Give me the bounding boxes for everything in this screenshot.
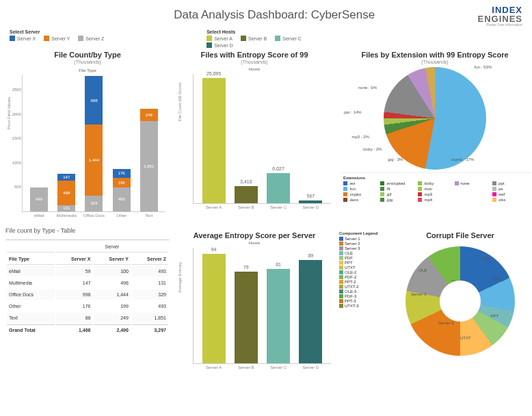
- bar: 3,410Server B: [235, 186, 258, 203]
- legend-item: PPT: [339, 261, 387, 265]
- legend-item: .crypto: [343, 192, 377, 196]
- legend-item: PDF-3: [339, 294, 387, 298]
- legend-item: .ps: [492, 187, 527, 191]
- extension-legend: Extensions .avi.encrypted.lockynone.ppt.…: [339, 172, 531, 205]
- chart-title-entropy99: Files with Entropy Score of 99: [172, 51, 336, 59]
- legend-item: Server 2: [339, 242, 387, 246]
- chart-title-pie: Files by Extension with 99 Entropy Score: [339, 51, 531, 59]
- pie-chart: .fun : 53%.crypto : 17%.jpg : 3%.locky :…: [339, 67, 531, 170]
- stacked-bar: 131498147Multimedia: [57, 174, 75, 211]
- legend-item: OLE-2: [339, 270, 387, 274]
- table-row: Text882491,851: [7, 313, 168, 323]
- legend-item: .mp4: [418, 198, 452, 202]
- legend-item: OLE-3: [339, 289, 387, 294]
- bar: 81Server C: [267, 269, 290, 363]
- legend-item: .avi: [343, 181, 377, 185]
- component-legend: Component Legend Server 1Server 2Server …: [339, 231, 387, 402]
- stacked-bar: 3291,444998Office Docs: [85, 76, 103, 211]
- legend-item: .flt: [380, 187, 414, 191]
- chart-title-filecount: File Count/by Type: [5, 51, 170, 59]
- legend-item: OLE: [339, 251, 387, 255]
- host-legend: Select Hosts Server AServer BServer CSer…: [207, 29, 316, 48]
- bar: 79Server B: [235, 272, 258, 363]
- stacked-bar-chart: 5001000150020002500 Pivot Field Values 4…: [22, 75, 165, 212]
- legend-item: .encrypted: [380, 181, 414, 185]
- logo: INDEX ENGINES Power Over Information: [477, 5, 522, 27]
- legend-item: UTXT-2: [339, 285, 387, 289]
- legend-item: .mov: [418, 187, 452, 191]
- legend-item: UTXT: [339, 265, 387, 270]
- legend-item[interactable]: Server A: [207, 36, 232, 41]
- chart-title-corrupt: Corrupt File Server: [390, 231, 531, 239]
- legend-item[interactable]: Server Z: [78, 36, 104, 41]
- legend-item[interactable]: Server D: [207, 42, 233, 48]
- legend-item[interactable]: Server C: [275, 36, 302, 41]
- avg-entropy-chart: Average Entropy 94Server A79Server B81Se…: [193, 248, 331, 364]
- legend-item: Server 1: [339, 237, 387, 241]
- server-legend: Select Server Server XServer YServer Z: [10, 29, 104, 48]
- legend-item: .xlsx: [492, 198, 527, 202]
- legend-item: .swf: [492, 192, 527, 196]
- entropy-bar-chart: File Count (99 Score) 25,095Server A3,41…: [193, 74, 331, 204]
- table-title: File count by Type - Table: [5, 227, 170, 234]
- legend-item: UTXT-3: [339, 304, 387, 308]
- legend-item[interactable]: Server X: [10, 36, 36, 41]
- legend-item: [455, 198, 489, 202]
- bar: 567Server D: [299, 200, 322, 203]
- table-row: Office Docs9981,444329: [7, 289, 168, 300]
- page-title: Data Analysis Dashboard: CyberSense: [71, 8, 477, 22]
- legend-item: PPT-3: [339, 299, 387, 303]
- legend-item: .fun: [343, 187, 377, 191]
- legend-item: [455, 192, 489, 196]
- legend-item: .docx: [343, 198, 377, 202]
- legend-item: .gif: [380, 192, 414, 196]
- legend-item: .jpg: [380, 198, 414, 202]
- legend-item: .locky: [418, 181, 452, 185]
- legend-item: PDF: [339, 256, 387, 260]
- table-row: eMail59100493: [7, 266, 168, 276]
- legend-item: .ppt: [492, 181, 527, 185]
- legend-item[interactable]: Server B: [241, 36, 267, 41]
- legend-item: none: [455, 181, 489, 185]
- bar: 25,095Server A: [202, 78, 226, 203]
- stacked-bar: 493eMail: [30, 187, 48, 211]
- legend-item[interactable]: Server Y: [44, 36, 70, 41]
- chart-title-avgentropy: Average Entropy Score per Server: [172, 231, 336, 239]
- table-row-total: Grand Total1,4682,4903,297: [7, 324, 168, 335]
- bar: 94Server A: [202, 254, 226, 363]
- legend-item: [455, 187, 489, 191]
- table-row: Other176199493: [7, 301, 168, 311]
- bar: 89Server D: [299, 260, 322, 363]
- stacked-bar: 1,851249Text: [140, 109, 158, 211]
- legend-item: PPT-2: [339, 280, 387, 284]
- legend-item: .mp3: [418, 192, 452, 196]
- table-row: Multimedia147498131: [7, 278, 168, 288]
- bar: 6,027Server C: [267, 173, 290, 203]
- file-count-table: Server File TypeServer XServer YServer Z…: [5, 239, 170, 337]
- legend-item: Server 3: [339, 246, 387, 250]
- legend-item: PDF-2: [339, 275, 387, 279]
- stacked-bar: 493199176Other: [113, 169, 131, 211]
- donut-chart: Server 1 Server 2 Server 3 OLE PDF PPT U…: [405, 246, 515, 356]
